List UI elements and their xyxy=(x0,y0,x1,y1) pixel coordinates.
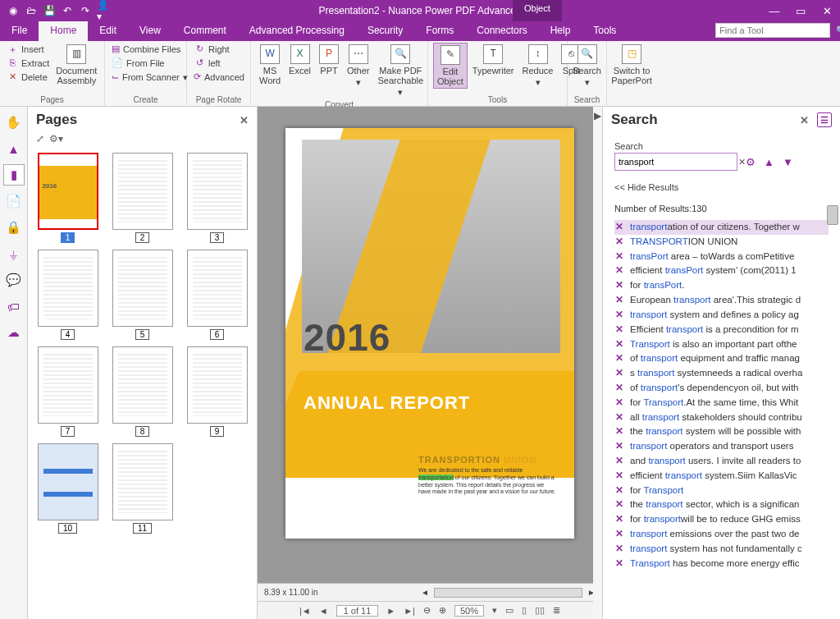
rotate-advanced-button[interactable]: ⟳Advanced xyxy=(192,71,245,84)
insert-button[interactable]: ＋Insert xyxy=(5,43,51,56)
results-scrollbar-thumb[interactable] xyxy=(827,205,838,225)
page-thumb[interactable]: 9 xyxy=(184,346,250,437)
search-result[interactable]: ✕transPort area – toWards a comPetitive xyxy=(614,250,829,264)
prev-page-icon[interactable]: ◄ xyxy=(319,606,328,616)
search-result[interactable]: ✕transport system and defines a policy a… xyxy=(614,308,829,323)
first-page-icon[interactable]: |◄ xyxy=(299,606,311,616)
tag-icon[interactable]: 🏷 xyxy=(3,296,25,317)
two-page-icon[interactable]: ▯▯ xyxy=(535,605,545,616)
menu-home[interactable]: Home xyxy=(39,21,88,41)
document-page[interactable]: 2016 ANNUAL REPORT TRANSPORTION UNION We… xyxy=(285,128,574,539)
page-thumb[interactable]: 4 xyxy=(34,250,101,340)
hscroll-left-icon[interactable]: ◄ xyxy=(421,588,429,597)
page-thumb[interactable]: 10 xyxy=(34,443,101,534)
zoom-in-icon[interactable]: ⊕ xyxy=(439,605,446,616)
reduce-button[interactable]: ↕Reduce▾ xyxy=(519,43,557,89)
search-next-icon[interactable]: ▼ xyxy=(783,156,793,168)
page-thumb[interactable]: 11 xyxy=(109,443,176,534)
user-icon[interactable]: 👤▾ xyxy=(97,4,110,17)
combine-files-button[interactable]: ▤Combine Files xyxy=(110,43,181,56)
page-thumb[interactable]: 8 xyxy=(109,346,176,437)
search-result[interactable]: ✕for transPort. xyxy=(614,278,829,293)
hide-results-link[interactable]: << Hide Results xyxy=(614,182,829,192)
search-result[interactable]: ✕ transport operators and transport user… xyxy=(614,439,829,454)
search-result[interactable]: ✕transport system has not fundamentally … xyxy=(614,542,829,557)
convert-other-button[interactable]: ⋯Other▾ xyxy=(344,43,373,99)
hscrollbar[interactable] xyxy=(434,588,582,598)
single-page-icon[interactable]: ▯ xyxy=(522,605,527,616)
page-thumb[interactable]: 6 xyxy=(184,250,250,340)
page-thumb[interactable]: 7 xyxy=(34,346,101,437)
zoom-out-icon[interactable]: ⊖ xyxy=(423,605,431,616)
search-result[interactable]: ✕for transportwill be to reduce GHG emis… xyxy=(614,512,829,527)
search-result[interactable]: ✕all transport stakeholders should contr… xyxy=(614,410,829,425)
save-icon[interactable]: 💾 xyxy=(43,4,56,17)
search-panel-close-icon[interactable]: ✕ xyxy=(800,114,809,126)
menu-advanced-processing[interactable]: Advanced Processing xyxy=(238,21,356,41)
convert-excel-button[interactable]: XExcel xyxy=(285,43,314,99)
search-result[interactable]: ✕Efficient transport is a precondition f… xyxy=(614,323,829,337)
rotate-right-button[interactable]: ↻Right xyxy=(192,43,245,56)
document-assembly-button[interactable]: ▥Document Assembly xyxy=(52,43,100,87)
pages-panel-close-icon[interactable]: ✕ xyxy=(240,114,249,126)
delete-button[interactable]: ✕Delete xyxy=(5,71,51,84)
open-icon[interactable]: 🗁 xyxy=(25,4,38,17)
search-result[interactable]: ✕efficient transPort system' (com(2011) … xyxy=(614,264,829,278)
panel-collapse-icon[interactable]: ▶ xyxy=(593,107,603,619)
pages-expand-icon[interactable]: ⤢ xyxy=(36,133,44,144)
search-result[interactable]: ✕transportation of our citizens. Togethe… xyxy=(614,220,829,235)
search-result[interactable]: ✕and transport users. I invite all reade… xyxy=(614,454,829,469)
menu-view[interactable]: View xyxy=(128,21,172,41)
search-result[interactable]: ✕of transport's dependencyon oil, but wi… xyxy=(614,381,829,396)
extract-button[interactable]: ⎘Extract xyxy=(5,57,51,70)
search-result[interactable]: ✕European transport area'.This strategic… xyxy=(614,293,829,308)
page-thumb[interactable]: 2 xyxy=(109,153,176,243)
app-icon[interactable]: ◉ xyxy=(7,4,20,17)
search-panel-options-icon[interactable]: ☰ xyxy=(817,112,832,127)
hand-tool-icon[interactable]: ✋ xyxy=(3,112,25,133)
bookmarks-icon[interactable]: 📄 xyxy=(3,190,25,212)
zoom-level[interactable]: 50% xyxy=(454,605,484,617)
fit-page-icon[interactable]: ▭ xyxy=(505,605,514,616)
search-result[interactable]: ✕TRANSPORTION UNION xyxy=(614,235,829,250)
pages-panel-icon[interactable]: ▮ xyxy=(3,164,25,186)
search-result[interactable]: ✕of transport equipment and traffic mana… xyxy=(614,351,829,366)
search-result[interactable]: ✕the transport sector, which is a signif… xyxy=(614,497,829,512)
security-icon[interactable]: 🔒 xyxy=(3,217,25,238)
edit-object-button[interactable]: ✎Edit Object xyxy=(433,43,468,89)
typewriter-button[interactable]: TTypewriter xyxy=(469,43,518,89)
search-settings-icon[interactable]: ⚙ xyxy=(746,156,756,168)
convert-ppt-button[interactable]: PPPT xyxy=(316,43,342,99)
undo-icon[interactable]: ↶ xyxy=(61,4,74,17)
convert-word-button[interactable]: WMS Word xyxy=(256,43,284,99)
from-file-button[interactable]: 📄From File xyxy=(110,57,181,70)
select-tool-icon[interactable]: ▲ xyxy=(3,138,25,159)
search-result[interactable]: ✕for Transport xyxy=(614,484,829,498)
continuous-icon[interactable]: ≣ xyxy=(553,605,560,616)
comments-icon[interactable]: 💬 xyxy=(3,269,25,291)
menu-forms[interactable]: Forms xyxy=(414,21,465,41)
stamp-icon[interactable]: ⏚ xyxy=(3,243,25,264)
search-result[interactable]: ✕ Transport is also an important part of… xyxy=(614,337,829,352)
find-tool-input[interactable] xyxy=(716,25,836,35)
menu-tools[interactable]: Tools xyxy=(582,21,628,41)
next-page-icon[interactable]: ► xyxy=(386,606,395,616)
page-thumb[interactable]: 3 xyxy=(184,153,250,243)
search-result[interactable]: ✕s transport systemneeds a radical overh… xyxy=(614,366,829,381)
search-result[interactable]: ✕transport emissions over the past two d… xyxy=(614,527,829,542)
rotate-left-button[interactable]: ↺left xyxy=(192,57,245,70)
close-button[interactable]: ✕ xyxy=(819,5,835,17)
page-thumb[interactable]: 5 xyxy=(109,250,176,340)
from-scanner-button[interactable]: ⌙From Scanner▾ xyxy=(110,71,181,84)
last-page-icon[interactable]: ►| xyxy=(404,606,415,616)
make-searchable-button[interactable]: 🔍Make PDF Searchable▾ xyxy=(375,43,427,99)
menu-security[interactable]: Security xyxy=(356,21,414,41)
maximize-button[interactable]: ▭ xyxy=(792,5,809,17)
page-thumb[interactable]: 20161 xyxy=(34,153,101,243)
menu-comment[interactable]: Comment xyxy=(172,21,238,41)
menu-help[interactable]: Help xyxy=(539,21,582,41)
minimize-button[interactable]: — xyxy=(766,5,783,17)
menu-edit[interactable]: Edit xyxy=(88,21,128,41)
find-tool[interactable]: 🔍 xyxy=(715,23,830,38)
switch-paperport-button[interactable]: ◳Switch to PaperPort xyxy=(612,43,651,87)
